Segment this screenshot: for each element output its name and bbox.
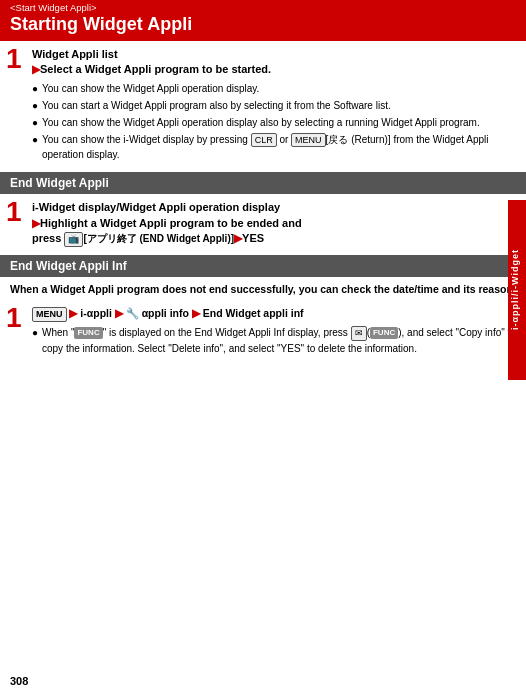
step-number-1: 1 bbox=[6, 45, 28, 164]
section3-step1: 1 MENU ▶ i-αppli ▶ 🔧 αppli info ▶ End Wi… bbox=[0, 300, 526, 361]
bullet4-text: You can show the i-Widget display by pre… bbox=[42, 132, 516, 163]
bullet1-text: You can show the Widget Appli operation … bbox=[42, 81, 516, 96]
step2-arrow: ▶ bbox=[32, 217, 40, 229]
header-subtitle: <Start Widget Appli> bbox=[10, 2, 516, 13]
bullet-dot: ● bbox=[32, 132, 42, 147]
step1-arrow: ▶ bbox=[32, 63, 40, 75]
step2-title-line3-jp: [アプリ終了 (END Widget Appli)] bbox=[83, 233, 234, 244]
section2-step1: 1 i-Widget display/Widget Appli operatio… bbox=[0, 194, 526, 250]
step2-title-line2: Highlight a Widget Appli program to be e… bbox=[40, 217, 302, 229]
menu-key-icon: MENU bbox=[291, 133, 326, 148]
menu-key-icon2: MENU bbox=[32, 307, 67, 322]
step3-endtext: End Widget appli inf bbox=[203, 307, 304, 319]
step3-arrow2: ▶ bbox=[115, 307, 123, 319]
bullet-dot: ● bbox=[32, 81, 42, 96]
step1-body: ● You can show the Widget Appli operatio… bbox=[32, 81, 516, 163]
func-badge2: FUNC bbox=[370, 327, 398, 339]
step3-icon: 🔧 bbox=[126, 307, 139, 319]
bullet2-text: You can start a Widget Appli program als… bbox=[42, 98, 516, 113]
section3-header: End Widget Appli Inf bbox=[0, 255, 526, 277]
step-number-3: 1 bbox=[6, 304, 28, 357]
step2-arrow2: ▶ bbox=[234, 232, 242, 244]
step2-content: i-Widget display/Widget Appli operation … bbox=[32, 200, 516, 246]
mail-key-icon: ✉ bbox=[351, 326, 367, 341]
step1-title: Widget Appli list ▶Select a Widget Appli… bbox=[32, 47, 516, 78]
step3-command: MENU ▶ i-αppli ▶ 🔧 αppli info ▶ End Widg… bbox=[32, 306, 516, 322]
section1-step1: 1 Widget Appli list ▶Select a Widget App… bbox=[0, 41, 526, 168]
func-badge: FUNC bbox=[74, 327, 102, 339]
bullet-dot: ● bbox=[32, 115, 42, 130]
side-tab: i-αppli/i-Widget bbox=[508, 200, 526, 380]
step3-iappli: i-αppli bbox=[80, 307, 112, 319]
step1-bullet3: ● You can show the Widget Appli operatio… bbox=[32, 115, 516, 130]
page-header: <Start Widget Appli> Starting Widget App… bbox=[0, 0, 526, 41]
step1-bullet4: ● You can show the i-Widget display by p… bbox=[32, 132, 516, 163]
step1-content: Widget Appli list ▶Select a Widget Appli… bbox=[32, 47, 516, 164]
step3-bullet-text: When "FUNC" is displayed on the End Widg… bbox=[42, 325, 516, 356]
step2-title-line1: i-Widget display/Widget Appli operation … bbox=[32, 201, 280, 213]
bullet-dot3: ● bbox=[32, 325, 42, 340]
bullet-dot: ● bbox=[32, 98, 42, 113]
step3-arrow1: ▶ bbox=[69, 307, 77, 319]
step2-yes: YES bbox=[242, 232, 264, 244]
page-number: 308 bbox=[10, 675, 28, 687]
step2-title-line3-prefix: press bbox=[32, 232, 64, 244]
step-number-2: 1 bbox=[6, 198, 28, 246]
clr-key-icon: CLR bbox=[251, 133, 277, 148]
step1-title-line2: Select a Widget Appli program to be star… bbox=[40, 63, 271, 75]
step1-bullet1: ● You can show the Widget Appli operatio… bbox=[32, 81, 516, 96]
step2-title: i-Widget display/Widget Appli operation … bbox=[32, 200, 516, 246]
header-title: Starting Widget Appli bbox=[10, 14, 516, 35]
step3-body: ● When "FUNC" is displayed on the End Wi… bbox=[32, 325, 516, 356]
step1-bullet2: ● You can start a Widget Appli program a… bbox=[32, 98, 516, 113]
step3-content: MENU ▶ i-αppli ▶ 🔧 αppli info ▶ End Widg… bbox=[32, 306, 516, 357]
tv-key-icon: 📺 bbox=[64, 232, 83, 247]
section3-intro: When a Widget Appli program does not end… bbox=[0, 277, 526, 301]
step3-bullet1: ● When "FUNC" is displayed on the End Wi… bbox=[32, 325, 516, 356]
bullet3-text: You can show the Widget Appli operation … bbox=[42, 115, 516, 130]
section2-header: End Widget Appli bbox=[0, 172, 526, 194]
step1-title-line1: Widget Appli list bbox=[32, 48, 118, 60]
step3-appliinfo: αppli info bbox=[142, 307, 189, 319]
step3-arrow3: ▶ bbox=[192, 307, 200, 319]
